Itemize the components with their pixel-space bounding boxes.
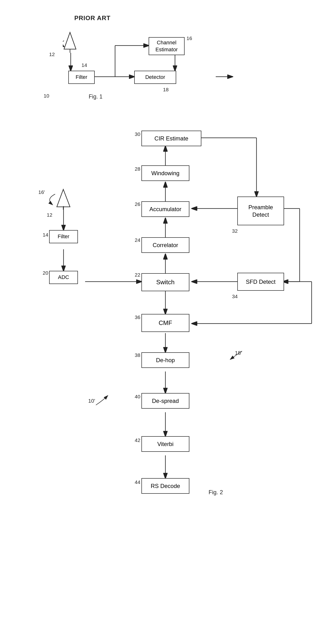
detector-block-fig1: Detector — [134, 71, 176, 84]
svg-marker-29 — [64, 32, 76, 49]
arrow-18p — [225, 348, 244, 362]
filter-block-fig2: Filter — [49, 230, 78, 243]
preamble-detect-block: Preamble Detect — [237, 196, 284, 225]
label-38: 38 — [135, 352, 140, 358]
accumulator-block: Accumulator — [142, 201, 189, 217]
correlator-block: Correlator — [142, 237, 189, 253]
label-12-fig2: 12 — [47, 212, 52, 218]
label-36: 36 — [135, 314, 140, 320]
cmf-block: CMF — [142, 314, 189, 332]
label-12-fig1: 12 — [49, 52, 55, 57]
preamble-detect-label: Preamble Detect — [248, 204, 273, 218]
prior-art-label: PRIOR ART — [74, 14, 110, 22]
label-20: 20 — [43, 270, 48, 276]
filter-block-fig1: Filter — [68, 71, 95, 84]
label-40: 40 — [135, 394, 140, 400]
rs-decode-block: RS Decode — [142, 478, 189, 494]
fig2-label: Fig. 2 — [208, 489, 223, 496]
fig1-label: Fig. 1 — [89, 94, 102, 100]
label-44: 44 — [135, 479, 140, 485]
label-14-fig1: 14 — [82, 62, 87, 68]
adc-block: ADC — [49, 271, 78, 284]
switch-block: Switch — [142, 273, 189, 291]
antenna-fig1 — [63, 31, 77, 48]
cir-estimate-block: CIR Estimate — [142, 130, 201, 146]
sfd-detect-block: SFD Detect — [237, 273, 284, 291]
label-18-fig1: 18 — [163, 87, 168, 92]
de-hop-block: De-hop — [142, 352, 189, 368]
label-28: 28 — [135, 166, 140, 172]
de-spread-block: De-spread — [142, 393, 189, 409]
viterbi-block: Viterbi — [142, 436, 189, 452]
channel-estimator-block: Channel Estimator — [148, 37, 184, 55]
label-42: 42 — [135, 438, 140, 443]
label-16-fig1: 16 — [186, 36, 192, 41]
windowing-block: Windowing — [142, 165, 189, 181]
label-24: 24 — [135, 237, 140, 243]
label-32: 32 — [232, 228, 238, 234]
arrow-16p — [41, 192, 60, 206]
label-26: 26 — [135, 201, 140, 207]
label-34: 34 — [232, 294, 238, 299]
label-10-fig1: 10 — [44, 93, 49, 99]
diagram-container: PRIOR ART 12 Filter 14 Channel Estimator… — [0, 0, 332, 644]
label-30: 30 — [135, 131, 140, 137]
arrow-10p — [91, 393, 110, 408]
label-14-fig2: 14 — [43, 232, 48, 238]
label-22: 22 — [135, 272, 140, 278]
